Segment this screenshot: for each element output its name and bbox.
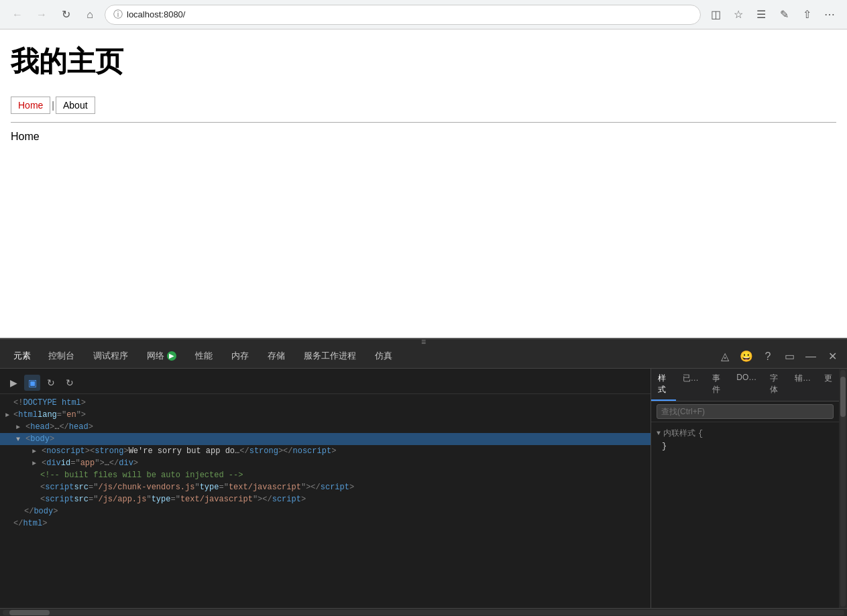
- devtools-tab-network[interactable]: 网络 ▶: [137, 345, 186, 369]
- back-button[interactable]: ←: [8, 5, 27, 24]
- browser-actions: ◫ ☆ ☰ ✎ ⇧ ⋯: [706, 5, 839, 24]
- nav-links: Home | About: [11, 97, 836, 114]
- styles-tab-events[interactable]: 事件: [705, 369, 730, 401]
- code-line-script-app[interactable]: <script src="/js/app.js" type="text/java…: [0, 493, 651, 505]
- section-title: Home: [11, 131, 836, 143]
- nav-divider: [11, 122, 836, 123]
- refresh-btn[interactable]: ↻: [43, 375, 59, 391]
- devtools-help-icon[interactable]: ?: [758, 347, 777, 366]
- code-line-doctype[interactable]: <!DOCTYPE html>: [0, 397, 651, 409]
- triangle-icon: ▼: [657, 430, 661, 437]
- styles-search-input[interactable]: [657, 404, 834, 419]
- inspect-box-btn[interactable]: ▣: [24, 375, 40, 391]
- devtools-tab-service-workers[interactable]: 服务工作进程: [294, 345, 365, 369]
- rotate-btn[interactable]: ↻: [62, 375, 78, 391]
- styles-tab-accessibility[interactable]: 辅…: [788, 369, 817, 401]
- elements-panel: ▶ ▣ ↻ ↻ <!DOCTYPE html> ► <html lang="en…: [0, 369, 651, 608]
- code-line-script-vendors[interactable]: <script src="/js/chunk-vendors.js" type=…: [0, 481, 651, 493]
- browser-chrome: ← → ↻ ⌂ ⓘ localhost:8080/ ◫ ☆ ☰ ✎ ⇧ ⋯: [0, 0, 847, 29]
- devtools-tab-elements[interactable]: 元素: [5, 345, 39, 369]
- reading-list-icon[interactable]: ☰: [752, 5, 771, 24]
- forward-button[interactable]: →: [32, 5, 51, 24]
- styles-tab-dom[interactable]: DO…: [730, 369, 763, 401]
- devtools-close-icon[interactable]: ✕: [823, 347, 842, 366]
- devtools-tab-performance[interactable]: 性能: [186, 345, 222, 369]
- styles-search: [651, 402, 839, 422]
- elements-scrollbar[interactable]: [839, 369, 847, 608]
- page-content: 我的主页 Home | About Home: [0, 29, 847, 338]
- bottom-scroll-track: [3, 610, 844, 615]
- nav-separator: |: [50, 100, 56, 111]
- reload-button[interactable]: ↻: [56, 5, 75, 24]
- style-open-brace: {: [698, 429, 703, 438]
- about-nav-link[interactable]: About: [56, 97, 95, 114]
- select-element-btn[interactable]: ▶: [5, 375, 21, 391]
- share-icon[interactable]: ⇧: [797, 5, 816, 24]
- bookmark-star-icon[interactable]: ☆: [729, 5, 748, 24]
- devtools-panel: 元素 控制台 调试程序 网络 ▶ 性能 内存 存储 服务工作进程 仿真 ◬ 😀 …: [0, 338, 847, 616]
- inline-style-header: ▼ 内联样式 {: [657, 428, 834, 439]
- info-icon: ⓘ: [113, 9, 123, 21]
- bottom-scrollbar[interactable]: [0, 608, 847, 616]
- devtools-layout-icon[interactable]: ▭: [780, 347, 799, 366]
- code-line-body-close[interactable]: </body>: [0, 505, 651, 517]
- devtools-tabs: 元素 控制台 调试程序 网络 ▶ 性能 内存 存储 服务工作进程 仿真 ◬ 😀 …: [0, 345, 847, 369]
- code-line-html-close[interactable]: </html>: [0, 517, 651, 530]
- code-line-noscript[interactable]: ► <noscript> <strong> We're sorry but ap…: [0, 445, 651, 457]
- inline-style-section: ▼ 内联样式 { }: [657, 428, 834, 451]
- devtools-emoji-icon[interactable]: 😀: [737, 347, 756, 366]
- inline-style-label: 内联样式: [663, 428, 695, 439]
- styles-tab-computed[interactable]: 已…: [676, 369, 705, 401]
- style-close-brace: }: [662, 442, 667, 451]
- scroll-track: [840, 370, 846, 607]
- page-title: 我的主页: [11, 43, 836, 80]
- devtools-tab-simulation[interactable]: 仿真: [365, 345, 402, 369]
- style-block: }: [662, 442, 834, 451]
- code-line-html[interactable]: ► <html lang="en" >: [0, 409, 651, 421]
- url-text: localhost:8080/: [127, 9, 185, 19]
- code-line-head[interactable]: ► <head> … </head>: [0, 421, 651, 433]
- code-line-comment[interactable]: <!-- built files will be auto injected -…: [0, 469, 651, 481]
- elements-code: <!DOCTYPE html> ► <html lang="en" > ► <h…: [0, 394, 651, 532]
- devtools-tab-console[interactable]: 控制台: [39, 345, 84, 369]
- code-line-body[interactable]: ▼ <body>: [0, 433, 651, 445]
- devtools-minimize-icon[interactable]: ―: [801, 347, 820, 366]
- styles-tab-fonts[interactable]: 字体: [763, 369, 788, 401]
- code-line-div-app[interactable]: ► <div id="app" > … </div>: [0, 457, 651, 469]
- devtools-dock-icon[interactable]: ◬: [716, 347, 734, 366]
- address-bar[interactable]: ⓘ localhost:8080/: [105, 5, 701, 25]
- scroll-thumb: [840, 377, 846, 417]
- devtools-tab-storage[interactable]: 存储: [258, 345, 294, 369]
- devtools-body: ▶ ▣ ↻ ↻ <!DOCTYPE html> ► <html lang="en…: [0, 369, 847, 608]
- bottom-scroll-thumb: [9, 610, 50, 615]
- pencil-icon[interactable]: ✎: [775, 5, 793, 24]
- styles-tab-more[interactable]: 更: [817, 369, 839, 401]
- styles-tabs: 样式 已… 事件 DO… 字体 辅… 更: [651, 369, 839, 402]
- devtools-tab-actions: ◬ 😀 ? ▭ ― ✕: [716, 347, 842, 366]
- elements-toolbar: ▶ ▣ ↻ ↻: [0, 371, 651, 394]
- devtools-tab-memory[interactable]: 内存: [222, 345, 258, 369]
- styles-panel: 样式 已… 事件 DO… 字体 辅… 更 ▼ 内联样式 {: [651, 369, 839, 608]
- home-nav-link[interactable]: Home: [11, 97, 50, 114]
- more-icon[interactable]: ⋯: [820, 5, 839, 24]
- styles-tab-styles[interactable]: 样式: [651, 369, 676, 401]
- styles-content: ▼ 内联样式 { }: [651, 422, 839, 608]
- devtools-tab-debugger[interactable]: 调试程序: [84, 345, 137, 369]
- home-button[interactable]: ⌂: [80, 5, 99, 24]
- split-view-icon[interactable]: ◫: [706, 5, 725, 24]
